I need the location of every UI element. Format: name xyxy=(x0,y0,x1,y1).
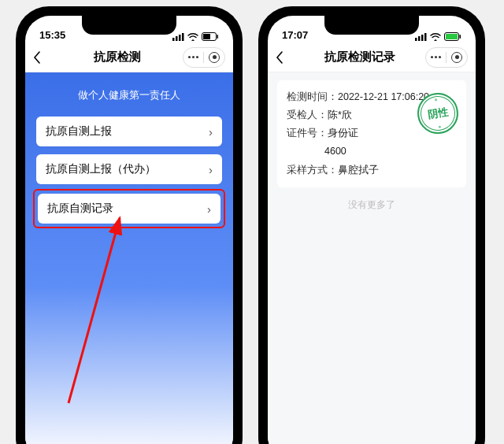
page-title: 抗原检测记录 xyxy=(295,50,425,65)
screen-right: 17:07 抗原检测记录 检测时间 xyxy=(268,16,476,444)
status-icons xyxy=(172,32,219,41)
battery-icon xyxy=(202,32,219,41)
record-value: 4600 xyxy=(324,146,346,157)
slogan-text: 做个人健康第一责任人 xyxy=(36,88,222,102)
menu-item-label: 抗原自测上报 xyxy=(46,124,112,139)
page-title: 抗原检测 xyxy=(52,50,183,65)
record-label: 证件号： xyxy=(287,128,328,139)
menu-item-record[interactable]: 抗原自测记录 › xyxy=(38,194,220,224)
record-value: 陈*欣 xyxy=(328,109,352,120)
nav-bar: 抗原检测记录 xyxy=(268,43,476,72)
list-end-text: 没有更多了 xyxy=(277,198,466,212)
record-value: 2022-12-21 17:06:20 xyxy=(338,91,429,102)
close-mini-icon[interactable] xyxy=(209,52,220,63)
svg-line-7 xyxy=(69,218,120,403)
chevron-right-icon: › xyxy=(209,163,213,176)
svg-rect-9 xyxy=(418,36,421,41)
wifi-icon xyxy=(430,33,441,41)
record-label: 受检人： xyxy=(287,109,328,120)
svg-rect-1 xyxy=(176,36,178,41)
chevron-right-icon: › xyxy=(207,202,211,216)
signal-icon xyxy=(172,33,184,41)
record-label: 采样方式： xyxy=(287,165,338,176)
screen-left: 15:35 抗原检测 做个人健康第一责任人 xyxy=(25,16,233,444)
notch xyxy=(324,16,419,35)
main-content-left: 做个人健康第一责任人 抗原自测上报 › 抗原自测上报（代办） › 抗原自测记录 … xyxy=(25,72,233,444)
phone-frame-right: 17:07 抗原检测记录 检测时间 xyxy=(258,6,485,444)
menu-item-agent-report[interactable]: 抗原自测上报（代办） › xyxy=(36,154,222,184)
notch xyxy=(82,16,176,35)
status-icons xyxy=(415,32,461,41)
svg-rect-11 xyxy=(424,33,427,41)
back-button[interactable] xyxy=(276,51,295,64)
record-card: 检测时间：2022-12-21 17:06:20 受检人：陈*欣 证件号：身份证… xyxy=(277,80,466,187)
chevron-right-icon: › xyxy=(209,125,213,139)
more-icon[interactable] xyxy=(431,56,441,58)
svg-rect-10 xyxy=(421,35,424,41)
svg-rect-14 xyxy=(460,35,461,39)
phone-frame-left: 15:35 抗原检测 做个人健康第一责任人 xyxy=(16,6,243,444)
record-value: 身份证 xyxy=(328,128,358,139)
close-mini-icon[interactable] xyxy=(451,52,462,63)
svg-rect-6 xyxy=(217,35,219,39)
record-label: 检测时间： xyxy=(287,91,338,102)
nav-bar: 抗原检测 xyxy=(25,43,233,72)
svg-rect-3 xyxy=(182,33,184,41)
main-content-right: 检测时间：2022-12-21 17:06:20 受检人：陈*欣 证件号：身份证… xyxy=(268,72,476,444)
svg-rect-8 xyxy=(415,38,417,41)
status-time: 15:35 xyxy=(39,29,65,41)
record-method-row: 采样方式：鼻腔拭子 xyxy=(287,161,457,179)
chevron-left-icon xyxy=(33,51,41,64)
signal-icon xyxy=(415,33,427,41)
chevron-left-icon xyxy=(276,51,284,64)
menu-item-label: 抗原自测记录 xyxy=(47,202,113,216)
more-icon[interactable] xyxy=(188,56,198,58)
svg-rect-0 xyxy=(172,38,175,41)
menu-item-self-report[interactable]: 抗原自测上报 › xyxy=(36,117,222,146)
mini-program-capsule xyxy=(183,47,225,68)
back-button[interactable] xyxy=(33,51,52,64)
menu-item-label: 抗原自测上报（代办） xyxy=(46,162,156,176)
record-idnum-row: 4600 xyxy=(287,142,457,161)
svg-rect-13 xyxy=(446,34,458,39)
mini-program-capsule xyxy=(425,47,468,68)
annotation-highlight: 抗原自测记录 › xyxy=(33,189,225,228)
status-time: 17:07 xyxy=(282,29,308,41)
record-value: 鼻腔拭子 xyxy=(338,165,379,176)
wifi-icon xyxy=(187,33,198,41)
svg-rect-5 xyxy=(203,34,210,39)
svg-rect-2 xyxy=(179,35,181,41)
battery-charging-icon xyxy=(444,32,461,41)
